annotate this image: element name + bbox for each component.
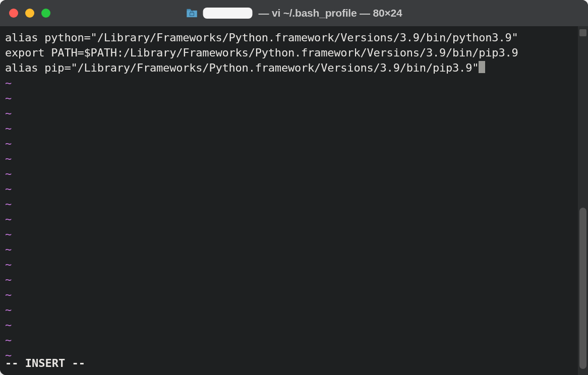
scrollbar[interactable] (578, 26, 588, 375)
empty-line-tilde: ~ (5, 136, 576, 151)
empty-line-tilde: ~ (5, 257, 576, 272)
empty-line-tilde: ~ (5, 302, 576, 318)
empty-line-tilde: ~ (5, 333, 576, 348)
traffic-lights (0, 9, 50, 18)
cursor-icon (479, 61, 485, 73)
title-text: — vi ~/.bash_profile — 80×24 (258, 7, 402, 19)
empty-line-tilde: ~ (5, 318, 576, 333)
minimize-icon[interactable] (25, 9, 34, 18)
close-icon[interactable] (9, 9, 18, 18)
folder-icon (186, 8, 198, 18)
window-title: — vi ~/.bash_profile — 80×24 (186, 7, 402, 19)
empty-line-tilde: ~ (5, 121, 576, 136)
empty-line-tilde: ~ (5, 91, 576, 106)
redacted-username (203, 8, 252, 19)
empty-line-tilde: ~ (5, 212, 576, 227)
content-line: export PATH=$PATH:/Library/Frameworks/Py… (5, 45, 576, 60)
terminal-window: — vi ~/.bash_profile — 80×24 alias pytho… (0, 0, 588, 375)
empty-line-tilde: ~ (5, 227, 576, 242)
empty-line-tilde: ~ (5, 166, 576, 181)
empty-line-tilde: ~ (5, 348, 576, 363)
empty-line-tilde: ~ (5, 242, 576, 257)
empty-line-tilde: ~ (5, 197, 576, 212)
scrollbar-marker-icon (579, 29, 586, 36)
content-line: alias pip="/Library/Frameworks/Python.fr… (5, 60, 576, 76)
empty-line-tilde: ~ (5, 181, 576, 197)
content-line: alias python="/Library/Frameworks/Python… (5, 30, 576, 45)
empty-line-tilde: ~ (5, 106, 576, 121)
titlebar[interactable]: — vi ~/.bash_profile — 80×24 (0, 0, 588, 26)
maximize-icon[interactable] (41, 9, 50, 18)
empty-line-tilde: ~ (5, 76, 576, 91)
empty-line-tilde: ~ (5, 287, 576, 302)
editor-content[interactable]: alias python="/Library/Frameworks/Python… (5, 30, 576, 363)
scrollbar-thumb[interactable] (579, 208, 586, 369)
terminal-body[interactable]: alias python="/Library/Frameworks/Python… (0, 26, 588, 375)
vi-status-line: -- INSERT -- (5, 356, 85, 371)
empty-line-tilde: ~ (5, 272, 576, 287)
empty-line-tilde: ~ (5, 151, 576, 166)
